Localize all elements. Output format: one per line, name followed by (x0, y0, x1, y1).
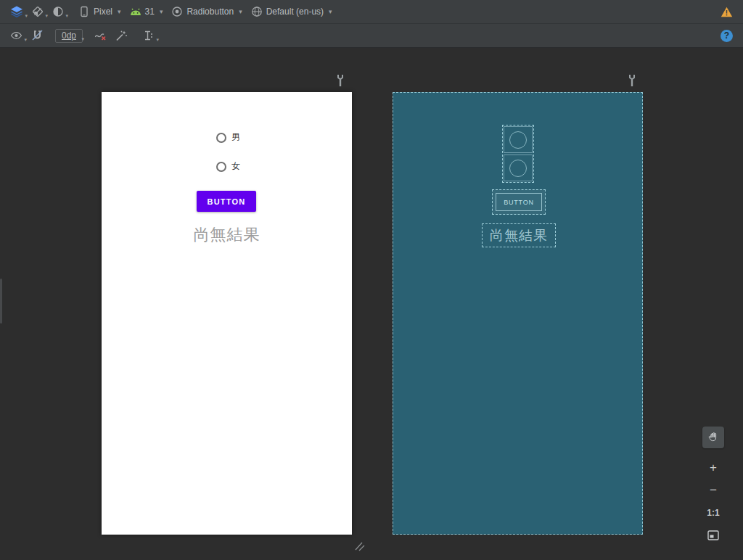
orientation-icon (32, 6, 44, 17)
chevron-down-icon: ▾ (239, 8, 242, 15)
plus-icon: + (710, 461, 717, 475)
blueprint-radiogroup[interactable] (502, 125, 534, 183)
radio-circle-icon (509, 131, 527, 149)
android-icon (130, 8, 141, 16)
chevron-down-icon: ▾ (157, 37, 160, 43)
globe-icon (251, 6, 263, 17)
submit-button[interactable]: BUTTON (197, 191, 256, 212)
night-mode-icon (52, 6, 64, 17)
default-margin-selector[interactable]: 0dp ▾ (54, 29, 84, 43)
design-canvas[interactable]: 男 女 BUTTON 尚無結果 BUTTON 尚無結果 (0, 48, 743, 560)
wrench-icon (335, 74, 345, 87)
clear-constraints-button[interactable] (90, 28, 111, 44)
theme-selector[interactable]: Radiobutton ▾ (167, 4, 246, 20)
zoom-actual-size-button[interactable]: 1:1 (702, 503, 724, 523)
view-options-button[interactable]: ▾ (6, 28, 27, 44)
theme-selector-label: Radiobutton (186, 7, 234, 17)
zoom-in-button[interactable]: + (702, 458, 724, 478)
eye-icon (10, 30, 22, 41)
constraint-toolbar: ▾ 0dp ▾ (0, 24, 743, 48)
one-to-one-label: 1:1 (707, 508, 719, 518)
wrench-icon (627, 74, 637, 87)
chevron-down-icon: ▾ (160, 8, 163, 15)
warning-icon (721, 7, 733, 17)
pack-align-selector[interactable]: ▾ (138, 28, 159, 44)
clear-constraints-icon (94, 30, 107, 41)
blueprint-result-text[interactable]: 尚無結果 (482, 223, 556, 247)
chevron-down-icon: ▾ (329, 8, 332, 15)
radio-circle-icon[interactable] (216, 133, 226, 143)
radio-label: 男 (231, 131, 240, 144)
result-text: 尚無結果 (102, 224, 352, 246)
blueprint-view-surface[interactable]: BUTTON 尚無結果 (393, 92, 643, 535)
help-icon: ? (721, 30, 733, 42)
theme-icon (171, 6, 183, 17)
chevron-down-icon: ▾ (118, 8, 121, 15)
chevron-down-icon: ▾ (65, 13, 68, 19)
orientation-selector[interactable]: ▾ (28, 4, 48, 20)
infer-constraints-button[interactable] (111, 28, 132, 44)
blueprint-button-label: BUTTON (496, 193, 542, 211)
radiobutton-male[interactable]: 男 (216, 131, 240, 144)
design-surface-selector[interactable]: ▾ (6, 4, 28, 20)
radio-circle-icon (509, 160, 527, 177)
warnings-errors-button[interactable] (716, 4, 737, 20)
radiobutton-female[interactable]: 女 (216, 160, 240, 173)
radio-circle-icon[interactable] (216, 162, 226, 172)
hand-icon (707, 432, 719, 443)
zoom-controls: + − 1:1 (702, 427, 724, 545)
magnet-off-icon (31, 30, 44, 41)
layers-icon (10, 6, 23, 17)
zoom-to-fit-button[interactable] (702, 525, 724, 545)
magic-wand-icon (115, 30, 128, 41)
fit-screen-icon (707, 530, 719, 540)
device-selector[interactable]: Pixel ▾ (74, 4, 126, 20)
api-level-selector[interactable]: 31 ▾ (126, 4, 168, 19)
left-scrollbar[interactable] (0, 279, 2, 324)
autoconnect-toggle[interactable] (27, 28, 48, 44)
phone-icon (78, 6, 90, 17)
chevron-down-icon: ▾ (82, 36, 85, 42)
radio-label: 女 (231, 160, 240, 173)
resize-handle[interactable] (354, 541, 366, 551)
minus-icon: − (710, 483, 717, 498)
blueprint-button[interactable]: BUTTON (492, 189, 546, 215)
pack-align-icon (142, 30, 155, 41)
api-level-label: 31 (145, 7, 155, 17)
pan-button[interactable] (702, 427, 724, 448)
locale-selector[interactable]: Default (en-us) ▾ (247, 4, 337, 20)
zoom-out-button[interactable]: − (702, 480, 724, 501)
layout-editor-toolbar: ▾ ▾ ▾ Pixel ▾ (0, 0, 743, 24)
ui-mode-selector[interactable]: ▾ (48, 4, 68, 20)
locale-selector-label: Default (en-us) (266, 7, 324, 17)
design-view-surface[interactable]: 男 女 BUTTON 尚無結果 (102, 92, 352, 535)
help-button[interactable]: ? (716, 28, 737, 44)
device-selector-label: Pixel (94, 7, 112, 17)
blueprint-radiobutton[interactable] (504, 126, 533, 153)
default-margin-value: 0dp (55, 29, 83, 43)
blueprint-radiobutton[interactable] (504, 155, 533, 181)
